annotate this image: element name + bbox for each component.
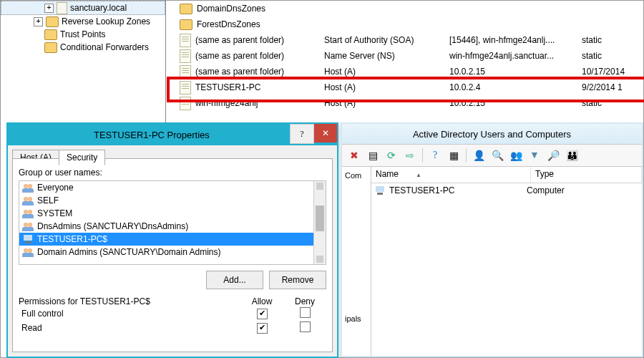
dialog-title: TESTUSER1-PC Properties bbox=[94, 130, 210, 140]
tree-item-zone[interactable]: + sanctuary.local bbox=[1, 1, 165, 15]
toolbar-separator bbox=[422, 148, 423, 163]
add-user-icon[interactable]: 👥 bbox=[508, 147, 524, 163]
principal-item[interactable]: DnsAdmins (SANCTUARY\DnsAdmins) bbox=[19, 220, 314, 233]
search-icon[interactable]: 🔎 bbox=[545, 147, 561, 163]
group-icon bbox=[22, 208, 34, 218]
delete-icon[interactable]: ✖ bbox=[346, 147, 362, 163]
principal-item-selected[interactable]: TESTUSER1-PC$ bbox=[19, 233, 314, 246]
find-icon[interactable]: 🔍 bbox=[489, 147, 505, 163]
toolbar-separator bbox=[466, 148, 467, 163]
folder-icon bbox=[44, 42, 57, 53]
dialog-title-bar[interactable]: TESTUSER1-PC Properties ? ✕ bbox=[8, 124, 337, 145]
group-icon[interactable]: 👪 bbox=[564, 147, 580, 163]
principals-listbox[interactable]: Everyone SELF SYSTEM DnsAdmins (SANCTUAR… bbox=[19, 180, 326, 265]
filter-icon[interactable]: ▼ bbox=[527, 147, 542, 163]
record-row[interactable]: win-hfmge24anljHost (A)10.0.2.15static bbox=[167, 95, 643, 111]
aduc-tree[interactable]: Com ipals bbox=[342, 167, 371, 356]
record-row[interactable]: (same as parent folder)Name Server (NS)w… bbox=[167, 48, 643, 64]
computer-icon bbox=[374, 185, 386, 195]
allow-checkbox[interactable]: ✔ bbox=[257, 323, 268, 334]
record-row[interactable]: ForestDnsZones bbox=[167, 16, 643, 32]
aduc-toolbar: ✖ ▤ ⟳ ⇨ ? ▦ 👤 🔍 👥 ▼ 🔎 👪 bbox=[342, 144, 642, 167]
expand-icon[interactable]: + bbox=[44, 4, 54, 13]
group-icon bbox=[22, 195, 34, 205]
computer-icon bbox=[22, 234, 34, 244]
tree-label: Trust Points bbox=[60, 29, 106, 39]
deny-checkbox[interactable] bbox=[300, 321, 311, 332]
aduc-title-bar[interactable]: Active Directory Users and Computers bbox=[342, 124, 642, 144]
tree-item[interactable]: Trust Points bbox=[1, 28, 165, 41]
tree-fragment: Com bbox=[342, 170, 371, 181]
list-item[interactable]: TESTUSER1-PC Computer bbox=[371, 183, 642, 198]
help-icon[interactable]: ? bbox=[427, 147, 443, 163]
user-icon[interactable]: 👤 bbox=[471, 147, 487, 163]
column-type[interactable]: Type bbox=[531, 167, 642, 183]
record-row[interactable]: (same as parent folder)Start of Authorit… bbox=[167, 32, 643, 48]
group-icon bbox=[22, 247, 34, 257]
dns-record-list: DomainDnsZones ForestDnsZones (same as p… bbox=[167, 1, 643, 122]
tab-security[interactable]: Security bbox=[59, 150, 105, 165]
group-list-label: Group or user names: bbox=[19, 168, 326, 178]
sort-arrow-icon: ▲ bbox=[416, 172, 421, 178]
tree-item[interactable]: + Reverse Lookup Zones bbox=[1, 15, 165, 28]
refresh-icon[interactable]: ⟳ bbox=[384, 147, 399, 163]
tree-label: sanctuary.local bbox=[70, 3, 127, 13]
annotation-arrow-left bbox=[321, 217, 371, 254]
add-button[interactable]: Add... bbox=[206, 271, 263, 289]
permission-row: Read ✔ bbox=[19, 321, 326, 335]
record-row[interactable]: DomainDnsZones bbox=[167, 1, 643, 16]
folder-icon bbox=[180, 4, 192, 14]
db-icon bbox=[57, 2, 67, 14]
properties-icon[interactable]: ▤ bbox=[365, 147, 381, 163]
tree-label: Conditional Forwarders bbox=[60, 42, 149, 52]
principal-item[interactable]: Everyone bbox=[19, 181, 314, 194]
help-button[interactable]: ? bbox=[290, 124, 314, 144]
record-icon bbox=[180, 49, 191, 63]
allow-header: Allow bbox=[240, 296, 283, 306]
principal-item[interactable]: Domain Admins (SANCTUARY\Domain Admins) bbox=[19, 246, 314, 258]
close-button[interactable]: ✕ bbox=[314, 124, 337, 142]
group-icon bbox=[22, 183, 34, 193]
tree-fragment: ipals bbox=[342, 313, 371, 324]
permissions-for-label: Permissions for TESTUSER1-PC$ bbox=[19, 296, 240, 306]
tree-item[interactable]: Conditional Forwarders bbox=[1, 41, 165, 54]
dns-tree: + sanctuary.local + Reverse Lookup Zones… bbox=[1, 1, 166, 122]
expand-icon[interactable]: + bbox=[34, 17, 43, 26]
column-name[interactable]: Name▲ bbox=[371, 167, 531, 183]
remove-button[interactable]: Remove bbox=[269, 271, 326, 289]
properties-dialog: TESTUSER1-PC Properties ? ✕ Host (A) Sec… bbox=[6, 122, 338, 358]
expand-icon bbox=[34, 44, 42, 52]
permissions-header: Permissions for TESTUSER1-PC$ Allow Deny bbox=[19, 296, 326, 306]
principal-item[interactable]: SELF bbox=[19, 194, 314, 207]
item-type: Computer bbox=[527, 185, 565, 195]
record-row[interactable]: (same as parent folder)Host (A)10.0.2.15… bbox=[167, 64, 643, 79]
tab-body: Group or user names: Everyone SELF SYSTE… bbox=[12, 158, 333, 352]
aduc-list: Name▲ Type TESTUSER1-PC Computer bbox=[371, 167, 642, 356]
column-headers[interactable]: Name▲ Type bbox=[371, 167, 642, 183]
deny-header: Deny bbox=[283, 296, 326, 306]
principal-item[interactable]: SYSTEM bbox=[19, 207, 314, 220]
permission-row: Full control ✔ bbox=[19, 306, 326, 321]
columns-icon[interactable]: ▦ bbox=[446, 147, 462, 163]
export-icon[interactable]: ⇨ bbox=[402, 147, 418, 163]
record-icon bbox=[180, 34, 191, 47]
aduc-window: Active Directory Users and Computers ✖ ▤… bbox=[341, 122, 643, 357]
folder-icon bbox=[44, 29, 57, 40]
folder-icon bbox=[46, 16, 59, 27]
folder-icon bbox=[180, 19, 192, 30]
record-icon bbox=[180, 81, 191, 95]
item-name: TESTUSER1-PC bbox=[389, 185, 527, 195]
record-icon bbox=[180, 97, 191, 110]
record-row-highlighted[interactable]: TESTUSER1-PCHost (A)10.0.2.49/2/2014 1 bbox=[167, 79, 643, 95]
deny-checkbox[interactable] bbox=[300, 307, 311, 318]
record-icon bbox=[180, 65, 191, 79]
group-icon bbox=[22, 221, 34, 231]
allow-checkbox[interactable]: ✔ bbox=[257, 309, 268, 319]
tree-label: Reverse Lookup Zones bbox=[62, 16, 150, 26]
expand-icon bbox=[34, 31, 42, 39]
